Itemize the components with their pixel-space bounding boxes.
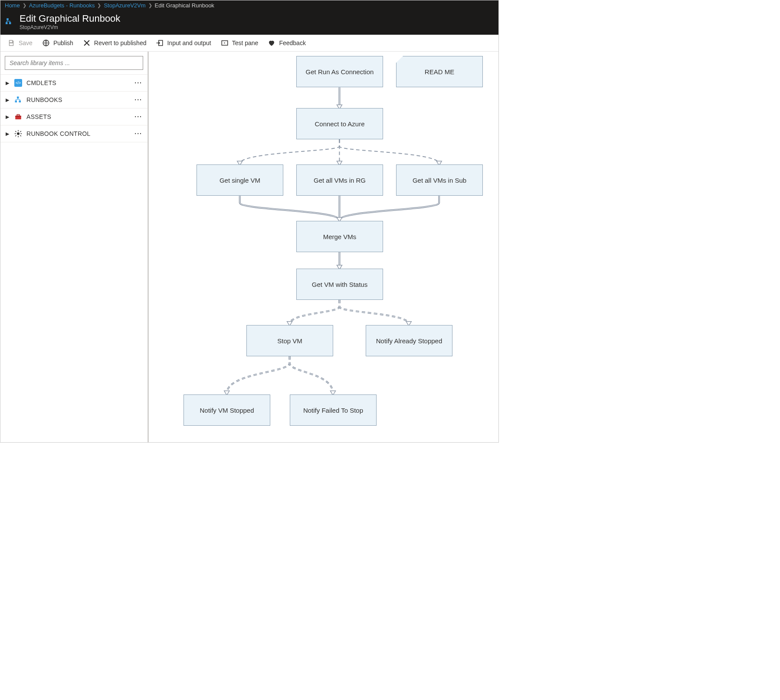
chevron-right-icon: ❯ xyxy=(23,3,26,8)
page-title: Edit Graphical Runbook xyxy=(20,13,120,24)
node-get-all-vms-in-rg[interactable]: Get all VMs in RG xyxy=(296,164,383,196)
sidebar-item-assets[interactable]: ▶ ASSETS ··· xyxy=(0,108,147,125)
sidebar-item-label: RUNBOOKS xyxy=(26,96,130,103)
library-sidebar: ▶ </> CMDLETS ··· ▶ RUNBOOKS ··· ▶ xyxy=(0,52,149,442)
svg-rect-22 xyxy=(15,135,16,136)
node-notify-already-stopped[interactable]: Notify Already Stopped xyxy=(366,325,452,356)
input-output-icon xyxy=(156,39,164,47)
node-label: Get Run As Connection xyxy=(306,68,374,76)
sidebar-item-cmdlets[interactable]: ▶ </> CMDLETS ··· xyxy=(0,74,147,91)
chevron-right-icon: ▶ xyxy=(6,80,10,86)
sidebar-item-runbook-control[interactable]: ▶ RUNBOOK CONTROL ··· xyxy=(0,125,147,142)
close-icon xyxy=(83,39,91,47)
save-label: Save xyxy=(19,39,33,46)
revert-label: Revert to published xyxy=(94,39,147,46)
graphical-canvas[interactable]: Get Run As Connection READ ME Connect to… xyxy=(149,52,498,442)
node-label: Stop VM xyxy=(277,337,302,345)
svg-rect-0 xyxy=(7,18,9,20)
node-get-vm-with-status[interactable]: Get VM with Status xyxy=(296,269,383,300)
runbook-icon xyxy=(6,18,13,26)
feedback-button[interactable]: Feedback xyxy=(268,39,305,47)
runbook-icon xyxy=(14,96,22,104)
title-bar: Edit Graphical Runbook StopAzureV2Vm xyxy=(0,10,498,35)
chevron-right-icon: ▶ xyxy=(6,131,10,137)
sidebar-item-runbooks[interactable]: ▶ RUNBOOKS ··· xyxy=(0,91,147,108)
node-label: READ ME xyxy=(425,68,454,76)
toolbar: Save Publish Revert to published Input a… xyxy=(0,35,498,52)
node-merge-vms[interactable]: Merge VMs xyxy=(296,221,383,252)
svg-rect-21 xyxy=(20,131,21,132)
revert-button[interactable]: Revert to published xyxy=(83,39,147,47)
svg-rect-19 xyxy=(15,131,16,132)
node-notify-failed-to-stop[interactable]: Notify Failed To Stop xyxy=(290,394,377,426)
io-label: Input and output xyxy=(167,39,211,46)
svg-rect-17 xyxy=(15,133,16,134)
test-button[interactable]: Test pane xyxy=(221,39,259,47)
code-icon: </> xyxy=(14,79,22,87)
crumb-home[interactable]: Home xyxy=(5,2,20,9)
node-label: Notify Failed To Stop xyxy=(303,407,363,414)
publish-button[interactable]: Publish xyxy=(42,39,73,47)
svg-rect-1 xyxy=(6,22,8,24)
crumb-runbook[interactable]: StopAzureV2Vm xyxy=(104,2,145,9)
node-stop-vm[interactable]: Stop VM xyxy=(246,325,333,356)
node-label: Connect to Azure xyxy=(315,120,364,128)
toolbox-icon xyxy=(14,113,22,121)
gear-icon xyxy=(14,130,22,138)
crumb-current: Edit Graphical Runbook xyxy=(155,2,214,9)
test-pane-icon xyxy=(221,39,229,47)
sidebar-item-label: RUNBOOK CONTROL xyxy=(26,130,130,137)
node-label: Get single VM xyxy=(220,177,260,184)
svg-rect-13 xyxy=(17,115,20,116)
node-read-me[interactable]: READ ME xyxy=(396,56,483,87)
svg-point-14 xyxy=(17,132,20,135)
crumb-account[interactable]: AzureBudgets - Runbooks xyxy=(29,2,95,9)
node-get-all-vms-in-sub[interactable]: Get all VMs in Sub xyxy=(396,164,483,196)
more-icon[interactable]: ··· xyxy=(134,96,142,103)
svg-rect-20 xyxy=(20,135,21,136)
test-label: Test pane xyxy=(232,39,259,46)
svg-text:</>: </> xyxy=(16,81,21,85)
sidebar-item-label: CMDLETS xyxy=(26,79,130,86)
node-label: Get all VMs in RG xyxy=(314,177,366,184)
svg-rect-15 xyxy=(18,130,19,131)
more-icon[interactable]: ··· xyxy=(134,130,142,137)
node-label: Notify VM Stopped xyxy=(200,407,254,414)
node-label: Get all VMs in Sub xyxy=(413,177,466,184)
svg-rect-8 xyxy=(17,97,19,99)
node-label: Get VM with Status xyxy=(312,281,367,288)
heart-icon xyxy=(268,39,275,47)
io-button[interactable]: Input and output xyxy=(156,39,211,47)
save-button: Save xyxy=(7,39,33,47)
chevron-right-icon: ❯ xyxy=(148,3,152,8)
chevron-right-icon: ❯ xyxy=(97,3,101,8)
node-notify-vm-stopped[interactable]: Notify VM Stopped xyxy=(184,394,270,426)
more-icon[interactable]: ··· xyxy=(134,79,142,86)
chevron-right-icon: ▶ xyxy=(6,114,10,120)
page-subtitle: StopAzureV2Vm xyxy=(20,24,120,30)
globe-icon xyxy=(42,39,50,47)
node-get-single-vm[interactable]: Get single VM xyxy=(197,164,283,196)
svg-rect-16 xyxy=(18,136,19,137)
svg-rect-2 xyxy=(9,22,11,24)
breadcrumb: Home ❯ AzureBudgets - Runbooks ❯ StopAzu… xyxy=(0,0,498,10)
node-label: Notify Already Stopped xyxy=(376,337,442,345)
sidebar-item-label: ASSETS xyxy=(26,113,130,120)
node-connect-to-azure[interactable]: Connect to Azure xyxy=(296,108,383,139)
svg-rect-10 xyxy=(19,101,21,103)
publish-label: Publish xyxy=(53,39,73,46)
node-label: Merge VMs xyxy=(323,233,357,240)
feedback-label: Feedback xyxy=(279,39,305,46)
save-icon xyxy=(7,39,15,47)
svg-rect-18 xyxy=(20,133,22,134)
svg-rect-9 xyxy=(15,101,17,103)
chevron-right-icon: ▶ xyxy=(6,97,10,103)
search-input[interactable] xyxy=(5,56,143,70)
more-icon[interactable]: ··· xyxy=(134,113,142,120)
node-get-run-as-connection[interactable]: Get Run As Connection xyxy=(296,56,383,87)
